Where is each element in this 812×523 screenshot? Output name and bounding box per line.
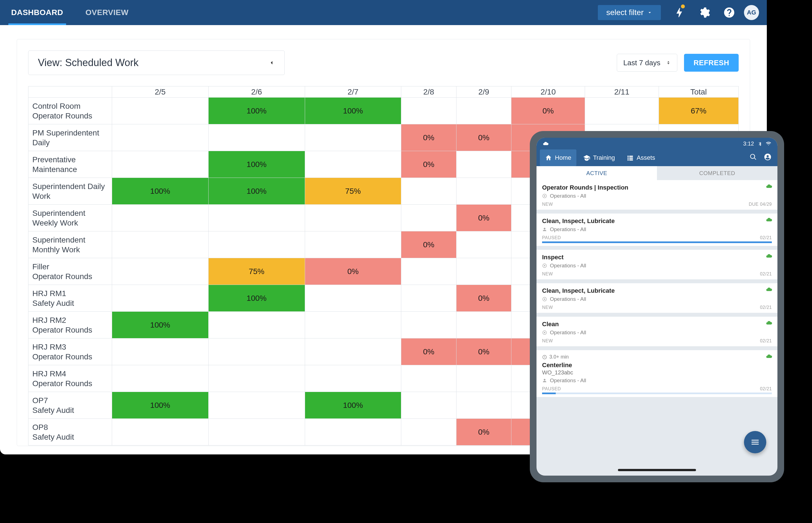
radio-icon	[542, 296, 547, 302]
sync-cloud-icon	[766, 253, 772, 261]
range-label: Last 7 days	[623, 58, 660, 67]
tablet-list-item[interactable]: Clean, Inspect, LubricateOperations - Al…	[537, 214, 777, 246]
view-label: View: Scheduled Work	[38, 57, 139, 69]
cell	[456, 231, 511, 258]
tablet-list: Operator Rounds | InspectionOperations -…	[537, 180, 777, 475]
cell: 0%	[456, 124, 511, 151]
filter-label: select filter	[606, 8, 644, 17]
nav-label: Home	[555, 154, 571, 161]
tablet-list-item[interactable]: 3.0+ minCenterlineWO_123abcOperations - …	[537, 350, 777, 397]
tablet-nav-assets[interactable]: Assets	[621, 149, 660, 166]
cell	[208, 205, 305, 231]
cell	[401, 285, 456, 312]
view-selector[interactable]: View: Scheduled Work	[28, 51, 285, 75]
bluetooth-icon	[757, 141, 762, 146]
item-meta: Operations - All	[542, 377, 772, 384]
cell: 100%	[112, 312, 209, 339]
nav-label: Training	[593, 154, 615, 161]
cell	[305, 124, 401, 151]
row-header: OP7Safety Audit	[29, 392, 112, 419]
settings-button[interactable]	[691, 0, 717, 25]
tablet-screen: 3:12 HomeTrainingAssets ACTIVECOMPLETED …	[537, 138, 777, 475]
cell: 100%	[208, 151, 305, 178]
cell: 100%	[208, 285, 305, 312]
cell	[401, 178, 456, 205]
item-meta: Operations - All	[542, 263, 772, 269]
col-header: 2/6	[208, 86, 305, 97]
profile-icon	[764, 153, 771, 161]
item-status: NEW	[542, 339, 553, 343]
row-header: HRJ RM2Operator Rounds	[29, 312, 112, 339]
cell	[305, 339, 401, 365]
item-due: 02/21	[760, 339, 772, 343]
refresh-button[interactable]: REFRESH	[684, 54, 739, 72]
cell: 100%	[112, 178, 209, 205]
cell: 100%	[305, 392, 401, 419]
col-header: 2/5	[112, 86, 209, 97]
help-button[interactable]	[717, 0, 742, 25]
menu-icon	[751, 437, 760, 447]
clock-icon	[542, 355, 547, 360]
help-icon	[723, 6, 735, 19]
cell	[305, 365, 401, 392]
sync-cloud-icon	[766, 320, 772, 328]
fab-button[interactable]	[744, 431, 766, 453]
tablet-list-item[interactable]: CleanOperations - AllNEW02/21	[537, 317, 777, 346]
item-title: Clean, Inspect, Lubricate	[542, 287, 772, 294]
range-selector[interactable]: Last 7 days	[617, 54, 677, 72]
cell	[208, 312, 305, 339]
cell	[112, 285, 209, 312]
wifi-icon	[766, 141, 771, 146]
tablet-profile-button[interactable]	[761, 153, 774, 162]
cell	[112, 205, 209, 231]
person-icon	[542, 227, 547, 232]
row-header: HRJ RM4Operator Rounds	[29, 365, 112, 392]
tab-dashboard[interactable]: DASHBOARD	[0, 0, 74, 25]
top-tabs: DASHBOARDOVERVIEW	[0, 0, 140, 25]
tablet-list-item[interactable]: Clean, Inspect, LubricateOperations - Al…	[537, 283, 777, 313]
person-icon	[542, 378, 547, 383]
cell	[401, 258, 456, 285]
sync-cloud-icon	[766, 353, 772, 361]
item-progress	[542, 393, 772, 394]
cell: 0%	[456, 205, 511, 231]
avatar-initials: AG	[747, 9, 756, 16]
cell	[456, 365, 511, 392]
item-status: PAUSED	[542, 386, 561, 392]
notifications-button[interactable]	[666, 0, 691, 25]
avatar[interactable]: AG	[744, 5, 759, 20]
cell: 0%	[401, 124, 456, 151]
card-header: View: Scheduled Work Last 7 days REFRESH	[28, 51, 739, 75]
search-icon	[750, 153, 757, 161]
notification-badge	[681, 4, 685, 8]
svg-point-7	[544, 332, 545, 333]
item-status: NEW	[542, 272, 553, 276]
cell	[401, 97, 456, 124]
cell	[401, 365, 456, 392]
tab-overview[interactable]: OVERVIEW	[74, 0, 140, 25]
svg-point-3	[544, 265, 545, 267]
cell	[585, 97, 658, 124]
item-due: 02/21	[760, 305, 772, 310]
cell	[456, 312, 511, 339]
tablet-nav-training[interactable]: Training	[578, 149, 620, 166]
cell: 0%	[456, 285, 511, 312]
item-due: DUE 04/29	[749, 202, 772, 207]
radio-icon	[542, 330, 547, 335]
status-time: 3:12	[743, 141, 754, 147]
select-filter-button[interactable]: select filter	[598, 5, 661, 20]
tablet-list-item[interactable]: InspectOperations - AllNEW02/21	[537, 250, 777, 279]
cell	[456, 151, 511, 178]
tablet-tab-active[interactable]: ACTIVE	[537, 166, 657, 180]
tablet-nav-home[interactable]: Home	[540, 149, 576, 166]
tablet-tab-completed[interactable]: COMPLETED	[657, 166, 777, 180]
cell: 0%	[305, 258, 401, 285]
tablet-list-item[interactable]: Operator Rounds | InspectionOperations -…	[537, 180, 777, 210]
item-footer: NEWDUE 04/29	[542, 202, 772, 207]
row-header: PM SuperindententDaily	[29, 124, 112, 151]
cell: 0%	[401, 231, 456, 258]
cell	[456, 392, 511, 419]
tablet-search-button[interactable]	[747, 153, 760, 162]
cell	[456, 178, 511, 205]
cell	[208, 124, 305, 151]
